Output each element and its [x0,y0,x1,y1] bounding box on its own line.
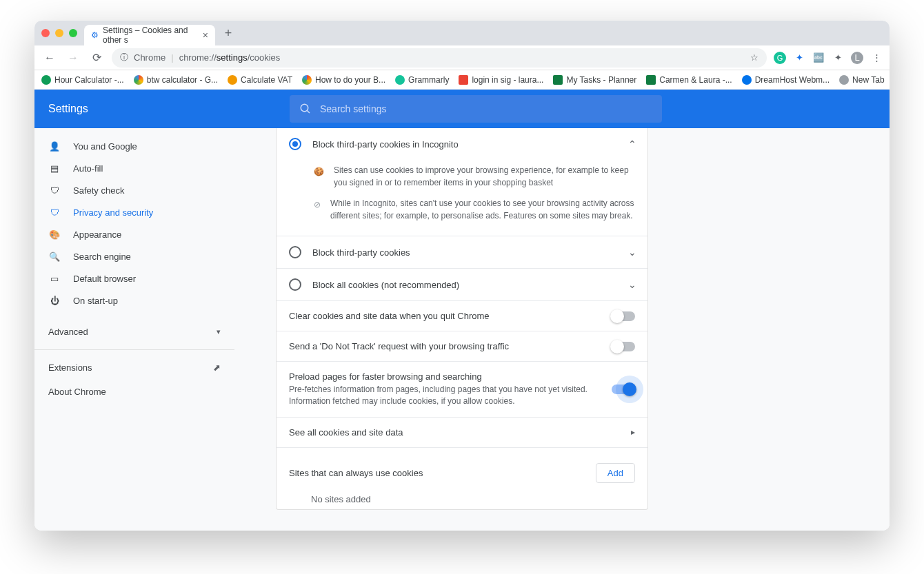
radio-block-third-party[interactable]: Block third-party cookies ⌄ [277,236,647,268]
autofill-icon: ▤ [48,163,61,174]
bookmark-item[interactable]: Calculate VAT [228,75,292,85]
radio-block-all[interactable]: Block all cookies (not recommended) ⌄ [277,269,647,300]
settings-body: 👤You and Google ▤Auto-fill 🛡Safety check… [34,128,890,531]
settings-content: Block third-party cookies in Incognito ⌃… [234,128,890,531]
sidebar-item-on-start-up[interactable]: ⏻On start-up [34,289,234,311]
toggle-switch[interactable] [612,311,635,321]
shield-check-icon: 🛡 [48,185,61,196]
cookies-card: Block third-party cookies in Incognito ⌃… [276,128,648,510]
radio-label: Block third-party cookies in Incognito [312,139,459,150]
sidebar-extensions-label: Extensions [48,362,92,373]
radio-button[interactable] [289,246,301,258]
close-window-button[interactable] [41,29,50,37]
open-in-new-icon: ⬈ [213,362,221,373]
profile-avatar[interactable]: L [851,52,863,64]
person-icon: 👤 [48,141,61,152]
description-text: While in Incognito, sites can't use your… [330,197,635,222]
toggle-do-not-track[interactable]: Send a 'Do Not Track' request with your … [277,331,647,361]
bookmark-star-icon[interactable]: ☆ [750,52,759,63]
sidebar-item-label: Safety check [73,185,124,196]
radio-button[interactable] [289,138,301,150]
description-text: Sites can use cookies to improve your br… [334,164,635,189]
browser-icon: ▭ [48,274,61,284]
browser-menu-icon[interactable]: ⋮ [870,52,883,64]
empty-state: No sites added [277,490,647,518]
toggle-switch[interactable] [612,385,635,394]
search-icon: 🔍 [48,252,61,262]
cookie-icon: 🍪 [314,165,324,189]
chevron-down-icon[interactable]: ⌄ [628,247,636,258]
radio-button[interactable] [289,278,301,291]
sidebar-about-chrome[interactable]: About Chrome [34,380,234,404]
extension-icon[interactable]: G [774,52,786,64]
search-icon [299,103,312,115]
section-label: Sites that can always use cookies [289,468,423,478]
sidebar-item-safety-check[interactable]: 🛡Safety check [34,179,234,201]
minimize-window-button[interactable] [55,29,63,37]
address-bar[interactable]: ⓘ Chrome | chrome://settings/cookies ☆ [112,48,767,68]
new-tab-button[interactable]: + [219,24,237,42]
window-controls[interactable] [41,29,77,37]
sidebar-extensions[interactable]: Extensions ⬈ [34,356,234,380]
toggle-clear-on-quit[interactable]: Clear cookies and site data when you qui… [277,301,647,331]
section-always-clear: Always clear cookies when windows are cl… [277,518,647,531]
close-tab-button[interactable]: × [203,30,208,41]
toggle-switch[interactable] [612,342,635,351]
bookmark-item[interactable]: Grammarly [395,75,449,85]
site-info-icon: ⓘ [120,52,128,63]
sidebar-item-label: Privacy and security [73,207,153,218]
settings-search[interactable] [290,95,662,123]
block-icon: ⊘ [314,198,321,222]
sidebar-item-label: Search engine [73,252,131,262]
maximize-window-button[interactable] [69,29,77,37]
chevron-down-icon[interactable]: ⌄ [628,279,636,290]
bookmark-item[interactable]: btw calculator - G... [134,75,218,85]
window-titlebar: ⚙ Settings – Cookies and other s × + [34,21,890,45]
url-path: /cookies [248,52,281,63]
toggle-preload-pages[interactable]: Preload pages for faster browsing and se… [277,362,647,417]
radio-label: Block third-party cookies [312,247,410,258]
radio-description-block: 🍪 Sites can use cookies to improve your … [277,160,647,236]
extension-icon[interactable]: ✦ [793,52,805,64]
sidebar-item-search-engine[interactable]: 🔍Search engine [34,245,234,267]
sidebar-item-label: Auto-fill [73,163,103,174]
link-see-all-cookies[interactable]: See all cookies and site data ▸ [277,418,647,447]
bookmark-item[interactable]: Carmen & Laura -... [646,75,732,85]
settings-title: Settings [48,103,269,115]
radio-label: Block all cookies (not recommended) [312,280,459,290]
extension-icon[interactable]: 🔤 [812,52,825,64]
settings-sidebar: 👤You and Google ▤Auto-fill 🛡Safety check… [34,128,234,531]
bookmarks-bar: Hour Calculator -... btw calculator - G.… [34,70,890,90]
browser-tab[interactable]: ⚙ Settings – Cookies and other s × [84,25,215,45]
sidebar-item-default-browser[interactable]: ▭Default browser [34,267,234,289]
link-label: See all cookies and site data [289,427,403,438]
shield-icon: 🛡 [48,207,61,218]
bookmark-item[interactable]: login in sig - laura... [459,75,543,85]
reload-button[interactable]: ⟳ [88,51,105,64]
svg-line-1 [307,110,310,113]
sidebar-item-appearance[interactable]: 🎨Appearance [34,223,234,245]
sidebar-item-you-and-google[interactable]: 👤You and Google [34,135,234,157]
bookmark-item[interactable]: My Tasks - Planner [553,75,636,85]
bookmark-item[interactable]: Hour Calculator -... [41,75,124,85]
chevron-up-icon[interactable]: ⌃ [628,139,636,150]
power-icon: ⏻ [48,296,61,306]
extensions-menu-icon[interactable]: ✦ [832,52,844,64]
url-prefix: Chrome [134,52,165,63]
bookmark-item[interactable]: DreamHost Webm... [742,75,830,85]
radio-block-third-party-incognito[interactable]: Block third-party cookies in Incognito ⌃ [277,128,647,160]
browser-window: ⚙ Settings – Cookies and other s × + ← →… [34,21,890,531]
chevron-down-icon: ▾ [217,327,221,336]
chevron-right-icon: ▸ [631,427,635,437]
bookmark-item[interactable]: How to do your B... [302,75,385,85]
settings-search-input[interactable] [320,103,652,114]
toggle-label: Preload pages for faster browsing and se… [289,371,598,382]
sidebar-advanced[interactable]: Advanced ▾ [34,320,234,344]
forward-button[interactable]: → [65,52,81,64]
sidebar-item-label: Default browser [73,274,136,284]
sidebar-item-auto-fill[interactable]: ▤Auto-fill [34,157,234,179]
sidebar-item-privacy-and-security[interactable]: 🛡Privacy and security [34,201,234,223]
back-button[interactable]: ← [41,52,58,64]
bookmark-item[interactable]: New Tab [839,75,884,85]
add-button[interactable]: Add [596,463,635,483]
